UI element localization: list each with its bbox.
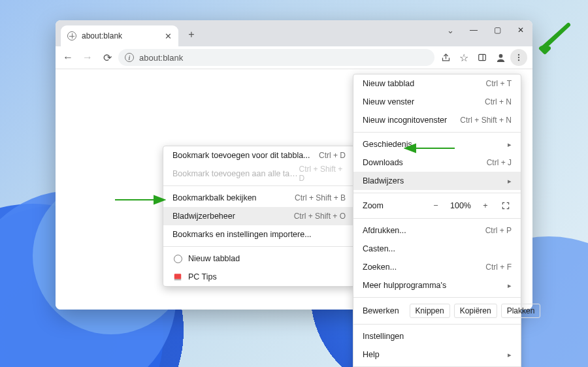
- reload-button[interactable]: ⟳: [99, 49, 116, 66]
- zoom-in-button[interactable]: +: [479, 201, 492, 210]
- window-controls: ⌄ — ▢ ✕: [438, 20, 532, 40]
- menu-item-more-tools[interactable]: Meer hulpprogramma's▸: [353, 276, 521, 295]
- new-tab-button[interactable]: +: [182, 25, 201, 44]
- forward-button[interactable]: →: [79, 49, 96, 66]
- submenu-import-bookmarks[interactable]: Bookmarks en instellingen importere...: [163, 225, 355, 244]
- menu-item-help[interactable]: Help▸: [353, 345, 521, 364]
- submenu-show-bookmark-bar[interactable]: Bookmarkbalk bekijkenCtrl + Shift + B: [163, 189, 355, 207]
- svg-point-5: [518, 59, 519, 61]
- svg-rect-7: [174, 279, 182, 281]
- tab-title: about:blank: [82, 31, 159, 40]
- menu-item-downloads[interactable]: DownloadsCtrl + J: [353, 153, 521, 172]
- svg-point-2: [498, 54, 502, 57]
- close-window-button[interactable]: ✕: [509, 20, 532, 40]
- fullscreen-icon[interactable]: [500, 200, 512, 212]
- paste-button[interactable]: Plakken: [501, 304, 541, 318]
- submenu-bookmark-this-tab[interactable]: Bookmark toevoegen voor dit tabbla...Ctr…: [163, 146, 355, 165]
- bookmark-entry[interactable]: Nieuw tabblad: [163, 249, 355, 268]
- site-info-icon[interactable]: i: [125, 53, 134, 62]
- menu-item-edit: Bewerken Knippen Kopiëren Plakken: [353, 300, 521, 321]
- chevron-right-icon: ▸: [508, 177, 512, 185]
- globe-icon: [67, 31, 76, 40]
- main-menu: Nieuw tabbladCtrl + T Nieuw vensterCtrl …: [353, 74, 521, 367]
- bookmark-entry[interactable]: PC Tips: [163, 268, 355, 286]
- bookmarks-submenu: Bookmark toevoegen voor dit tabbla...Ctr…: [163, 146, 355, 287]
- side-panel-icon[interactable]: [474, 49, 491, 66]
- menu-item-new-incognito[interactable]: Nieuw incognitovensterCtrl + Shift + N: [353, 111, 521, 129]
- site-favicon-icon: [172, 272, 183, 282]
- cut-button[interactable]: Knippen: [410, 304, 450, 318]
- chevron-right-icon: ▸: [508, 140, 512, 149]
- annotation-arrow: [404, 142, 456, 155]
- menu-item-new-tab[interactable]: Nieuw tabbladCtrl + T: [353, 74, 521, 93]
- toolbar: ← → ⟳ i about:blank ☆: [56, 46, 532, 69]
- maximize-button[interactable]: ▢: [485, 20, 509, 40]
- tab-search-button[interactable]: ⌄: [438, 20, 462, 40]
- zoom-value: 100%: [450, 201, 471, 210]
- svg-point-4: [518, 57, 519, 58]
- back-button[interactable]: ←: [59, 49, 76, 66]
- menu-item-new-window[interactable]: Nieuw vensterCtrl + N: [353, 93, 521, 111]
- kebab-menu-button[interactable]: [510, 49, 527, 66]
- submenu-bookmark-manager[interactable]: BladwijzerbeheerCtrl + Shift + O: [163, 207, 355, 225]
- menu-item-zoom: Zoom − 100% +: [353, 196, 521, 215]
- minimize-button[interactable]: —: [462, 20, 485, 40]
- browser-tab[interactable]: about:blank ✕: [61, 25, 178, 46]
- address-bar[interactable]: i about:blank: [118, 49, 434, 66]
- submenu-bookmark-all-tabs[interactable]: Bookmark toevoegen aan alle tabbla...Ctr…: [163, 165, 355, 183]
- annotation-arrow: [114, 193, 166, 206]
- menu-item-settings[interactable]: Instellingen: [353, 327, 521, 345]
- menu-item-find[interactable]: Zoeken...Ctrl + F: [353, 258, 521, 276]
- zoom-out-button[interactable]: −: [429, 201, 442, 210]
- menu-item-bookmarks[interactable]: Bladwijzers▸: [353, 172, 521, 190]
- address-text: about:blank: [139, 53, 183, 63]
- annotation-arrow: [536, 20, 575, 59]
- svg-rect-0: [479, 54, 486, 60]
- chevron-right-icon: ▸: [508, 351, 512, 359]
- svg-point-3: [518, 54, 519, 56]
- svg-rect-6: [174, 274, 182, 279]
- menu-item-cast[interactable]: Casten...: [353, 240, 521, 258]
- profile-icon[interactable]: [492, 49, 509, 66]
- copy-button[interactable]: Kopiëren: [454, 304, 497, 318]
- close-icon[interactable]: ✕: [165, 31, 172, 41]
- chevron-right-icon: ▸: [508, 281, 512, 290]
- globe-icon: [172, 253, 183, 264]
- bookmark-star-icon[interactable]: ☆: [455, 49, 472, 66]
- menu-item-print[interactable]: Afdrukken...Ctrl + P: [353, 221, 521, 240]
- tab-strip: about:blank ✕ + ⌄ — ▢ ✕: [56, 20, 532, 46]
- share-icon[interactable]: [437, 49, 454, 66]
